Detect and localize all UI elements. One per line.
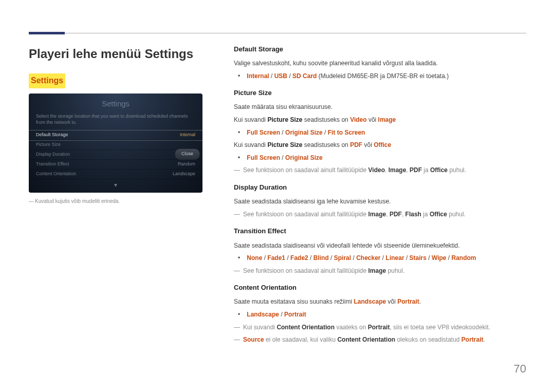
- page: Playeri lehe menüü Settings Settings Set…: [0, 0, 555, 392]
- left-column: Playeri lehe menüü Settings Settings Set…: [29, 44, 216, 348]
- dash-icon: ―: [234, 165, 243, 175]
- right-column: Default Storage Valige salvestuskoht, ku…: [234, 44, 526, 348]
- desc-transition-effect: Saate seadistada slaidiseansi või videof…: [234, 241, 526, 251]
- bullets-picture-size-1: Full Screen / Original Size / Fit to Scr…: [234, 128, 526, 138]
- page-number: 70: [514, 360, 526, 378]
- heading-transition-effect: Transition Effect: [234, 226, 526, 236]
- heading-default-storage: Default Storage: [234, 44, 526, 54]
- dash-icon: ―: [29, 198, 35, 205]
- settings-screen-mock: Settings Select the storage location tha…: [29, 94, 202, 193]
- screen-row-transition-effect[interactable]: Transition Effect Random: [29, 160, 202, 170]
- note-transition-effect: ― See funktsioon on saadaval ainult fail…: [234, 266, 526, 276]
- bullets-default-storage: Internal / USB / SD Card (Mudeleid DM65E…: [234, 71, 526, 81]
- row-label: Content Orientation: [36, 171, 76, 178]
- screen-mock-list: Default Storage Internal Picture Size Di…: [29, 130, 202, 179]
- list-item: Internal / USB / SD Card (Mudeleid DM65E…: [245, 71, 526, 81]
- dash-icon: ―: [234, 266, 243, 276]
- desc-content-orientation: Saate muuta esitatava sisu suunaks režii…: [234, 297, 526, 307]
- desc-default-storage: Valige salvestuskoht, kuhu soovite plane…: [234, 59, 526, 68]
- row-label: Transition Effect: [36, 161, 69, 168]
- desc-display-duration: Saate seadistada slaidiseansi iga lehe k…: [234, 197, 526, 207]
- line-picture-size-pdf-office: Kui suvandi Picture Size seadistuseks on…: [234, 140, 526, 150]
- screen-mock-title: Settings: [29, 94, 202, 111]
- note-picture-size: ― See funktsioon on saadaval ainult fail…: [234, 165, 526, 175]
- screen-row-default-storage[interactable]: Default Storage Internal: [29, 130, 202, 140]
- close-button[interactable]: Close: [175, 148, 200, 160]
- opt: SD Card: [292, 72, 317, 80]
- dash-icon: ―: [234, 210, 243, 219]
- list-item: Landscape / Portrait: [245, 310, 526, 320]
- bullets-picture-size-2: Full Screen / Original Size: [234, 153, 526, 163]
- heading-display-duration: Display Duration: [234, 182, 526, 193]
- list-item: Full Screen / Original Size: [245, 153, 526, 163]
- heading-content-orientation: Content Orientation: [234, 283, 526, 293]
- note-display-duration: ― See funktsioon on saadaval ainult fail…: [234, 210, 526, 219]
- chevron-down-icon[interactable]: ▾: [29, 179, 202, 193]
- heading-picture-size: Picture Size: [234, 88, 526, 98]
- bullets-transition-effect: None / Fade1 / Fade2 / Blind / Spiral / …: [234, 253, 526, 263]
- screen-caption: ―Kuvatud kujutis võib mudeliti erineda.: [29, 198, 216, 205]
- line-picture-size-video-image: Kui suvandi Picture Size seadistuseks on…: [234, 115, 526, 125]
- dash-icon: ―: [234, 335, 243, 345]
- screen-mock-subtitle: Select the storage location that you wan…: [29, 111, 202, 129]
- opt-post: (Mudeleid DM65E-BR ja DM75E-BR ei toetat…: [317, 72, 449, 80]
- caption-text: Kuvatud kujutis võib mudeliti erineda.: [35, 198, 120, 204]
- opt: USB: [274, 72, 287, 80]
- row-value: Internal: [180, 132, 195, 139]
- screen-row-content-orientation[interactable]: Content Orientation Landscape: [29, 170, 202, 179]
- settings-highlight: Settings: [29, 73, 65, 88]
- desc-picture-size: Saate määrata sisu ekraanisuuruse.: [234, 102, 526, 112]
- note-content-orientation-1: ― Kui suvandi Content Orientation vaatek…: [234, 323, 526, 332]
- row-value: Landscape: [173, 171, 195, 178]
- list-item: Full Screen / Original Size / Fit to Scr…: [245, 128, 526, 138]
- page-title: Playeri lehe menüü Settings: [29, 44, 216, 63]
- dash-icon: ―: [234, 323, 243, 332]
- note-content-orientation-2: ― Source ei ole saadaval, kui valiku Con…: [234, 335, 526, 345]
- opt: Internal: [247, 72, 269, 80]
- bullets-content-orientation: Landscape / Portrait: [234, 310, 526, 320]
- row-label: Default Storage: [36, 132, 68, 139]
- list-item: None / Fade1 / Fade2 / Blind / Spiral / …: [245, 253, 526, 263]
- screen-row-picture-size[interactable]: Picture Size: [29, 140, 202, 150]
- row-label: Picture Size: [36, 141, 61, 148]
- row-label: Display Duration: [36, 151, 70, 158]
- content-columns: Playeri lehe menüü Settings Settings Set…: [29, 23, 526, 348]
- row-value: Random: [178, 161, 195, 168]
- top-rule: [29, 33, 526, 33]
